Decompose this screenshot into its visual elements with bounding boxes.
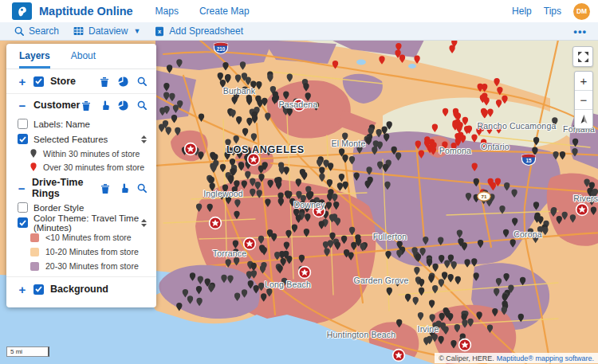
customer-pin-near[interactable] <box>533 137 539 146</box>
customer-pin-near[interactable] <box>414 267 419 276</box>
customer-pin-near[interactable] <box>423 337 429 346</box>
delete-layer-icon[interactable] <box>100 183 110 194</box>
customer-pin-near[interactable] <box>419 248 425 256</box>
customer-pin-far[interactable] <box>462 117 468 126</box>
zoom-in-button[interactable]: + <box>575 72 592 91</box>
customer-pin-near[interactable] <box>230 110 235 119</box>
customer-pin-near[interactable] <box>413 297 419 306</box>
customer-pin-near[interactable] <box>466 193 471 202</box>
customer-pin-near[interactable] <box>376 129 382 138</box>
customer-pin-near[interactable] <box>173 104 179 113</box>
zoom-out-button[interactable]: − <box>575 91 592 110</box>
customer-pin-near[interactable] <box>183 289 188 298</box>
store-star-marker[interactable] <box>391 348 406 362</box>
customer-pin-near[interactable] <box>250 178 255 187</box>
customer-pin-near[interactable] <box>439 279 444 288</box>
customer-pin-near[interactable] <box>383 164 388 173</box>
customer-pin-near[interactable] <box>327 179 332 188</box>
collapse-customer-icon[interactable]: − <box>18 100 27 112</box>
customer-pin-near[interactable] <box>265 198 270 207</box>
customer-pin-near[interactable] <box>418 312 423 321</box>
customer-pin-near[interactable] <box>326 202 332 210</box>
customer-pin-near[interactable] <box>335 241 340 250</box>
customer-pin-near[interactable] <box>266 288 272 297</box>
customer-pin-near[interactable] <box>474 178 479 187</box>
customer-pin-near[interactable] <box>438 237 443 246</box>
customer-pin-near[interactable] <box>377 162 383 170</box>
customer-pin-near[interactable] <box>518 314 524 323</box>
customer-pin-near[interactable] <box>438 336 443 345</box>
sort-stepper-icon[interactable] <box>141 135 147 143</box>
customer-pin-near[interactable] <box>208 284 214 293</box>
labels-checkbox[interactable] <box>18 119 28 129</box>
customer-pin-far[interactable] <box>443 108 448 117</box>
customer-pin-near[interactable] <box>226 259 231 268</box>
maptitude-logo-icon[interactable] <box>12 2 32 20</box>
customer-pin-near[interactable] <box>444 260 450 268</box>
color-theme-checkbox[interactable] <box>18 217 28 228</box>
customer-pin-near[interactable] <box>255 182 261 190</box>
customer-pin-near[interactable] <box>235 75 241 84</box>
search-button[interactable]: Search <box>14 25 59 37</box>
customer-pin-near[interactable] <box>396 250 402 259</box>
customer-pin-near[interactable] <box>487 324 493 333</box>
customer-pin-near[interactable] <box>319 221 325 229</box>
customer-pin-near[interactable] <box>267 74 273 83</box>
customer-pin-near[interactable] <box>245 171 250 180</box>
customer-pin-near[interactable] <box>354 172 360 181</box>
customer-pin-near[interactable] <box>423 237 428 245</box>
customer-pin-near[interactable] <box>395 152 401 161</box>
customer-pin-near[interactable] <box>242 289 247 298</box>
border-style-checkbox[interactable] <box>18 202 28 213</box>
customer-pin-near[interactable] <box>210 165 216 174</box>
customer-pin-near[interactable] <box>447 313 453 322</box>
customer-pin-near[interactable] <box>377 142 383 151</box>
user-avatar[interactable]: DM <box>573 3 590 20</box>
store-star-marker[interactable] <box>575 202 589 217</box>
customer-pin-near[interactable] <box>349 227 355 236</box>
customer-pin-near[interactable] <box>520 277 525 286</box>
customer-pin-far[interactable] <box>497 87 502 96</box>
customer-pin-near[interactable] <box>387 288 392 296</box>
customer-pin-far[interactable] <box>460 135 466 143</box>
customer-pin-far[interactable] <box>482 84 487 92</box>
customer-pin-far[interactable] <box>471 134 477 143</box>
customer-pin-near[interactable] <box>511 190 517 198</box>
customer-pin-near[interactable] <box>234 293 240 302</box>
select-features-icon[interactable] <box>100 100 109 111</box>
customer-pin-near[interactable] <box>342 155 348 163</box>
customer-pin-near[interactable] <box>234 211 239 220</box>
customer-pin-near[interactable] <box>261 293 266 302</box>
customer-pin-near[interactable] <box>366 166 372 175</box>
customer-pin-near[interactable] <box>287 74 293 83</box>
customer-pin-far[interactable] <box>472 163 478 172</box>
customer-pin-near[interactable] <box>396 319 402 328</box>
customer-pin-near[interactable] <box>478 240 483 249</box>
customer-pin-near[interactable] <box>341 236 347 245</box>
customer-pin-near[interactable] <box>220 164 226 173</box>
customer-pin-near[interactable] <box>196 286 202 295</box>
customer-pin-near[interactable] <box>248 280 254 289</box>
customer-pin-near[interactable] <box>199 113 204 122</box>
customer-pin-far[interactable] <box>487 108 493 117</box>
customer-pin-near[interactable] <box>317 159 322 168</box>
customer-pin-near[interactable] <box>176 303 182 311</box>
customer-pin-near[interactable] <box>299 255 305 264</box>
nav-maps[interactable]: Maps <box>155 6 179 17</box>
customer-pin-near[interactable] <box>427 259 432 268</box>
customer-pin-near[interactable] <box>277 265 283 274</box>
customer-pin-near[interactable] <box>428 275 434 284</box>
customer-pin-near[interactable] <box>492 308 498 317</box>
background-visibility-checkbox[interactable] <box>33 284 44 295</box>
customer-pin-near[interactable] <box>296 178 301 187</box>
customer-pin-near[interactable] <box>405 294 411 303</box>
customer-pin-near[interactable] <box>250 189 255 198</box>
customer-pin-far[interactable] <box>490 182 496 191</box>
customer-pin-near[interactable] <box>234 257 239 266</box>
customer-pin-near[interactable] <box>332 194 337 202</box>
customer-pin-near[interactable] <box>159 108 165 116</box>
customer-pin-near[interactable] <box>462 242 467 251</box>
customer-pin-near[interactable] <box>163 92 169 101</box>
customer-pin-near[interactable] <box>510 239 516 248</box>
customer-pin-near[interactable] <box>257 190 262 198</box>
